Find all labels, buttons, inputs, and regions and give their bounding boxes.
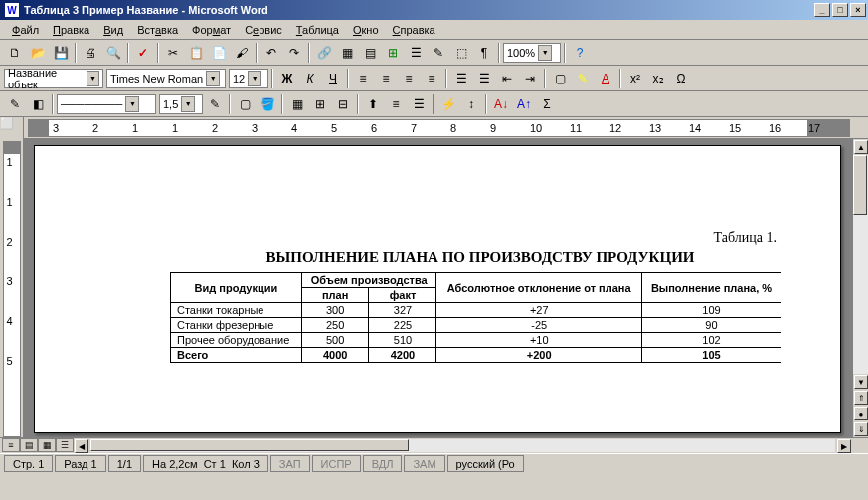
autoformat-icon[interactable]: ⚡ bbox=[437, 93, 459, 115]
eraser-icon[interactable]: ◧ bbox=[27, 93, 49, 115]
menu-view[interactable]: Вид bbox=[97, 22, 129, 38]
menu-tools[interactable]: Сервис bbox=[239, 22, 288, 38]
highlight-icon[interactable]: ✎ bbox=[572, 68, 594, 89]
scroll-thumb[interactable] bbox=[853, 155, 867, 215]
browse-object-icon[interactable]: ● bbox=[854, 407, 868, 420]
columns-icon[interactable]: ☰ bbox=[405, 42, 427, 64]
zoom-combo[interactable]: 100%▼ bbox=[503, 43, 561, 63]
drawing-icon[interactable]: ✎ bbox=[428, 42, 449, 64]
scroll-up-icon[interactable]: ▲ bbox=[854, 140, 868, 154]
font-combo[interactable]: Times New Roman▼ bbox=[106, 69, 226, 88]
line-style-combo[interactable]: ────────▼ bbox=[57, 94, 156, 114]
autosum-icon[interactable]: Σ bbox=[536, 93, 558, 115]
open-icon[interactable]: 📂 bbox=[27, 42, 49, 64]
doc-map-icon[interactable]: ⬚ bbox=[450, 42, 472, 64]
minimize-button[interactable]: _ bbox=[814, 3, 830, 17]
decrease-indent-icon[interactable]: ⇤ bbox=[496, 68, 518, 89]
menu-file[interactable]: Файл bbox=[6, 22, 45, 38]
split-cells-icon[interactable]: ⊟ bbox=[332, 93, 354, 115]
size-combo[interactable]: 12▼ bbox=[229, 69, 268, 88]
menu-table[interactable]: Таблица bbox=[290, 22, 345, 38]
print-view-icon[interactable]: ▦ bbox=[38, 438, 56, 452]
numbering-icon[interactable]: ☰ bbox=[450, 68, 472, 89]
next-page-icon[interactable]: ⇓ bbox=[854, 422, 868, 436]
close-button[interactable]: × bbox=[850, 3, 866, 17]
sort-asc-icon[interactable]: A↓ bbox=[490, 93, 512, 115]
vertical-scrollbar[interactable]: ▲ ▼ ⇑ ● ⇓ bbox=[852, 139, 868, 437]
menu-format[interactable]: Формат bbox=[186, 22, 237, 38]
status-trk[interactable]: ИСПР bbox=[312, 455, 361, 472]
align-center-icon[interactable]: ≡ bbox=[375, 68, 397, 89]
scroll-left-icon[interactable]: ◀ bbox=[75, 439, 88, 453]
maximize-button[interactable]: □ bbox=[832, 3, 848, 17]
insert-table-btn-icon[interactable]: ▦ bbox=[286, 93, 308, 115]
status-rec[interactable]: ЗАП bbox=[270, 455, 310, 472]
print-preview-icon[interactable]: 🔍 bbox=[102, 42, 124, 64]
merge-cells-icon[interactable]: ⊞ bbox=[309, 93, 331, 115]
outside-border-icon[interactable]: ▢ bbox=[234, 93, 256, 115]
font-color-icon[interactable]: A bbox=[595, 68, 616, 89]
align-right-icon[interactable]: ≡ bbox=[398, 68, 420, 89]
align-left-icon[interactable]: ≡ bbox=[352, 68, 374, 89]
superscript-icon[interactable]: x² bbox=[624, 68, 646, 89]
sort-desc-icon[interactable]: A↑ bbox=[513, 93, 535, 115]
justify-icon[interactable]: ≡ bbox=[421, 68, 442, 89]
hscroll-thumb[interactable] bbox=[90, 439, 409, 451]
dropdown-icon[interactable]: ▼ bbox=[538, 45, 552, 61]
dropdown-icon[interactable]: ▼ bbox=[87, 71, 99, 86]
scroll-down-icon[interactable]: ▼ bbox=[854, 375, 868, 389]
symbol-icon[interactable]: Ω bbox=[670, 68, 692, 89]
underline-icon[interactable]: Ч bbox=[322, 68, 344, 89]
bullets-icon[interactable]: ☰ bbox=[473, 68, 495, 89]
web-view-icon[interactable]: ▤ bbox=[20, 438, 38, 452]
outline-view-icon[interactable]: ☰ bbox=[56, 438, 74, 452]
page[interactable]: Таблица 1. ВЫПОЛНЕНИЕ ПЛАНА ПО ПРОИЗВОДС… bbox=[34, 145, 841, 433]
vertical-ruler[interactable]: 112345 bbox=[3, 141, 21, 437]
excel-icon[interactable]: ⊞ bbox=[382, 42, 404, 64]
redo-icon[interactable]: ↷ bbox=[283, 42, 305, 64]
dropdown-icon[interactable]: ▼ bbox=[248, 71, 261, 86]
status-ext[interactable]: ВДЛ bbox=[363, 455, 403, 472]
save-icon[interactable]: 💾 bbox=[50, 42, 72, 64]
hscroll-track[interactable] bbox=[90, 439, 835, 452]
text-direction-icon[interactable]: ↕ bbox=[460, 93, 482, 115]
new-doc-icon[interactable]: 🗋 bbox=[4, 42, 26, 64]
undo-icon[interactable]: ↶ bbox=[260, 42, 282, 64]
dropdown-icon[interactable]: ▼ bbox=[206, 71, 220, 86]
spelling-icon[interactable]: ✓ bbox=[132, 42, 154, 64]
print-icon[interactable]: 🖨 bbox=[80, 42, 101, 64]
show-hide-icon[interactable]: ¶ bbox=[473, 42, 495, 64]
cut-icon[interactable]: ✂ bbox=[162, 42, 184, 64]
style-combo[interactable]: Название объек▼ bbox=[4, 69, 103, 88]
status-lang[interactable]: русский (Ро bbox=[447, 455, 524, 472]
help-icon[interactable]: ? bbox=[569, 42, 591, 64]
menu-window[interactable]: Окно bbox=[347, 22, 385, 38]
hyperlink-icon[interactable]: 🔗 bbox=[313, 42, 335, 64]
prev-page-icon[interactable]: ⇑ bbox=[854, 391, 868, 405]
horizontal-ruler[interactable]: 3211234567891011121314151617 bbox=[28, 119, 850, 137]
dropdown-icon[interactable]: ▼ bbox=[181, 96, 195, 112]
ruler-corner[interactable]: ⬜ bbox=[0, 117, 24, 139]
tables-borders-icon[interactable]: ▦ bbox=[336, 42, 358, 64]
subscript-icon[interactable]: x₂ bbox=[647, 68, 669, 89]
align-top-icon[interactable]: ⬆ bbox=[362, 93, 384, 115]
distribute-cols-icon[interactable]: ☰ bbox=[408, 93, 430, 115]
italic-icon[interactable]: К bbox=[299, 68, 321, 89]
increase-indent-icon[interactable]: ⇥ bbox=[519, 68, 541, 89]
menu-insert[interactable]: Вставка bbox=[131, 22, 184, 38]
line-weight-combo[interactable]: 1,5▼ bbox=[159, 94, 203, 114]
draw-table-icon[interactable]: ✎ bbox=[4, 93, 26, 115]
fill-color-icon[interactable]: 🪣 bbox=[257, 93, 278, 115]
copy-icon[interactable]: 📋 bbox=[185, 42, 207, 64]
dropdown-icon[interactable]: ▼ bbox=[125, 96, 139, 112]
insert-table-icon[interactable]: ▤ bbox=[359, 42, 381, 64]
scroll-right-icon[interactable]: ▶ bbox=[837, 439, 851, 453]
paste-icon[interactable]: 📄 bbox=[208, 42, 230, 64]
borders-icon[interactable]: ▢ bbox=[549, 68, 571, 89]
normal-view-icon[interactable]: ≡ bbox=[2, 438, 20, 452]
border-color-icon[interactable]: ✎ bbox=[204, 93, 226, 115]
status-ovr[interactable]: ЗАМ bbox=[404, 455, 444, 472]
format-painter-icon[interactable]: 🖌 bbox=[231, 42, 253, 64]
menu-edit[interactable]: Правка bbox=[47, 22, 95, 38]
scroll-track[interactable] bbox=[853, 155, 868, 374]
